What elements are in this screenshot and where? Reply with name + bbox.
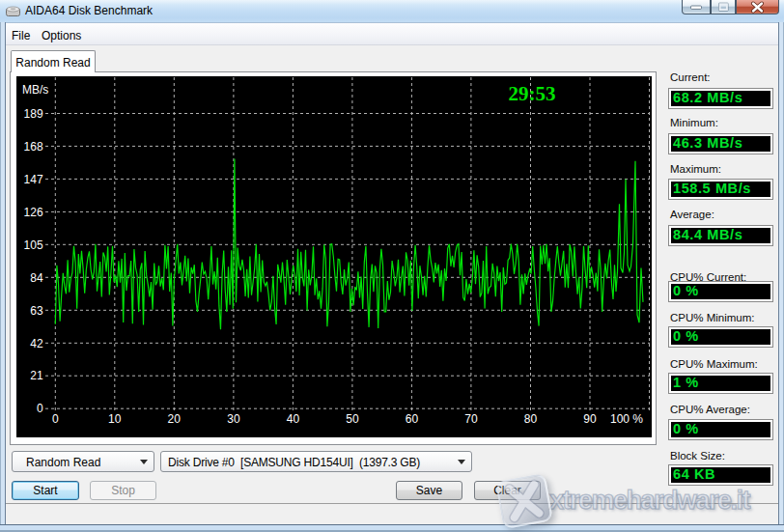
svg-text:126: 126 [24, 206, 43, 219]
svg-text:90: 90 [583, 412, 597, 426]
svg-text:40: 40 [287, 412, 300, 426]
svg-text:105: 105 [24, 238, 43, 252]
svg-text:50: 50 [346, 412, 359, 426]
svg-text:80: 80 [524, 412, 538, 426]
svg-text:29:53: 29:53 [509, 82, 556, 105]
svg-text:189: 189 [24, 107, 43, 121]
svg-text:10: 10 [108, 412, 122, 426]
svg-text:21: 21 [30, 369, 43, 382]
svg-text:20: 20 [168, 412, 182, 426]
svg-text:42: 42 [30, 337, 43, 350]
svg-text:168: 168 [24, 140, 43, 154]
svg-text:63: 63 [30, 304, 43, 318]
svg-text:MB/s: MB/s [22, 83, 48, 97]
svg-text:0: 0 [37, 402, 43, 415]
svg-text:100 %: 100 % [610, 412, 643, 426]
svg-text:70: 70 [464, 412, 478, 426]
svg-text:147: 147 [24, 173, 43, 186]
svg-text:0: 0 [52, 412, 59, 426]
svg-text:84: 84 [30, 271, 43, 285]
svg-text:60: 60 [406, 412, 419, 426]
svg-text:30: 30 [227, 412, 240, 426]
